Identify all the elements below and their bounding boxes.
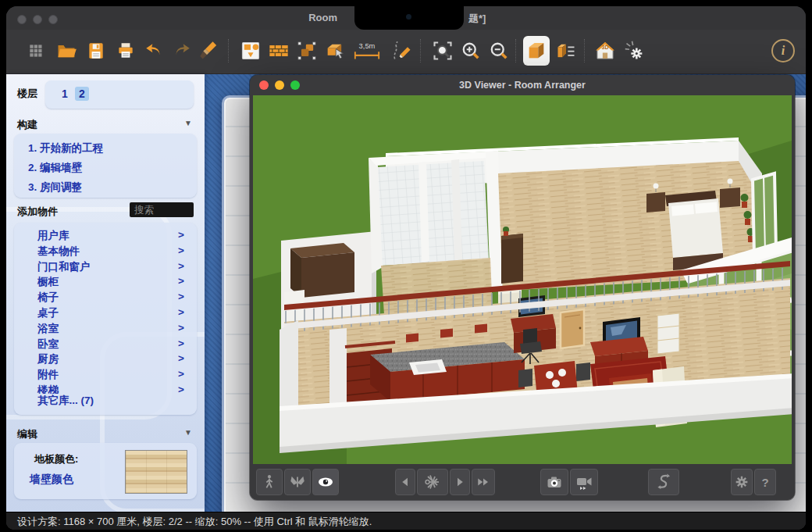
butterfly-icon — [289, 473, 306, 491]
status-bar: 设计方案: 1168 × 700 厘米, 楼层: 2/2 -- 缩放: 50% … — [6, 512, 806, 530]
select-objects-button[interactable] — [294, 36, 320, 66]
walk-mode-button[interactable] — [256, 469, 283, 495]
svg-text:3,5m: 3,5m — [359, 42, 376, 50]
interior-door-right — [561, 309, 584, 348]
library-item-other[interactable]: 其它库... (7) — [14, 394, 197, 411]
build-walls-button[interactable] — [265, 36, 292, 66]
measure-icon: 3,5m — [351, 40, 383, 62]
macbook-screen: Room 题*] — [0, 0, 812, 532]
open-button[interactable] — [53, 36, 80, 66]
draw-pencil-icon — [391, 40, 413, 62]
floor-plan-icon — [240, 40, 262, 62]
library-item-stairs[interactable]: 楼梯> — [14, 384, 197, 394]
light-button[interactable] — [417, 469, 448, 495]
camera-icon — [545, 473, 564, 491]
library-item-user[interactable]: 用户库> — [14, 229, 197, 245]
format-brush-button[interactable] — [197, 36, 223, 66]
build-step-2[interactable]: 2. 编辑墙壁 — [14, 158, 197, 177]
viewer-help-button[interactable]: ? — [754, 469, 776, 495]
viewer-3d-window[interactable]: 3D Viewer - Room Arranger — [250, 75, 795, 500]
library-item-tables[interactable]: 桌子> — [14, 306, 197, 322]
wall-color-link[interactable]: 墙壁颜色 — [30, 473, 73, 487]
refresh-scene-button[interactable] — [648, 469, 679, 495]
chevron-right-icon: > — [178, 368, 184, 380]
collapse-build-icon[interactable]: ▼ — [184, 119, 192, 127]
zoom-out-icon — [488, 40, 510, 62]
floor-tab-2[interactable]: 2 — [75, 87, 89, 101]
scene-3d — [253, 95, 792, 464]
minimize-button[interactable] — [33, 15, 42, 24]
print-button[interactable] — [112, 36, 139, 66]
display-notch — [354, 6, 464, 30]
undo-button[interactable] — [141, 36, 167, 66]
play-button[interactable] — [450, 469, 470, 495]
viewer-settings-button[interactable] — [731, 469, 753, 495]
library-item-chairs[interactable]: 椅子> — [14, 291, 197, 306]
draw-button[interactable] — [389, 36, 415, 66]
fly-mode-button[interactable] — [284, 469, 311, 495]
collapse-edit-icon[interactable]: ▼ — [184, 428, 192, 437]
chevron-right-icon: > — [178, 260, 184, 272]
zoom-out-button[interactable] — [486, 36, 512, 66]
library-item-doors-windows[interactable]: 门口和窗户> — [14, 260, 197, 276]
house-3d-icon: 3D — [593, 39, 617, 62]
build-step-1[interactable]: 1. 开始新的工程 — [14, 138, 197, 158]
library-item-bedroom[interactable]: 卧室> — [14, 337, 197, 353]
prev-icon — [398, 475, 412, 489]
hall-cabinet — [501, 227, 523, 284]
build-steps-box: 1. 开始新的工程 2. 编辑墙壁 3. 房间调整 — [14, 134, 197, 198]
search-input[interactable] — [130, 202, 194, 217]
redo-button[interactable] — [169, 36, 195, 66]
zoom-selection-icon — [432, 40, 454, 62]
record-video-button[interactable] — [570, 469, 598, 495]
zoom-in-button[interactable] — [458, 36, 484, 66]
render-settings-button[interactable] — [621, 36, 648, 66]
edit-box: 地板颜色: 墙壁颜色 — [14, 443, 197, 499]
house-3d-button[interactable]: 3D — [592, 36, 618, 66]
library-item-accessories[interactable]: 附件> — [14, 368, 197, 384]
chevron-right-icon: > — [178, 352, 184, 364]
object-list-3d-button[interactable] — [553, 36, 579, 66]
camera-dot — [406, 14, 411, 20]
bed — [665, 191, 723, 270]
refresh-icon — [654, 473, 673, 491]
floor-selector: 1 2 — [45, 80, 194, 109]
chevron-right-icon: > — [178, 245, 184, 256]
library-item-kitchen[interactable]: 厨房> — [14, 352, 197, 368]
floor-tab-1[interactable]: 1 — [58, 87, 72, 101]
library-item-cabinets[interactable]: 橱柜> — [14, 275, 197, 291]
viewer-titlebar[interactable]: 3D Viewer - Room Arranger — [250, 75, 795, 95]
zoom-button[interactable] — [48, 15, 58, 24]
svg-text:3D: 3D — [602, 45, 609, 50]
close-button[interactable] — [17, 15, 27, 24]
measure-button[interactable]: 3,5m — [350, 36, 384, 66]
print-icon — [116, 41, 136, 61]
new-project-button[interactable] — [23, 36, 50, 66]
toolbar-separator — [584, 39, 585, 62]
viewer-toolbar: ? — [250, 464, 795, 500]
hutch — [657, 313, 679, 354]
step-back-button[interactable] — [395, 469, 415, 495]
view-3d-button[interactable] — [523, 36, 550, 66]
viewport-3d[interactable] — [253, 95, 792, 464]
content-area: 楼层 1 2 构建 ▼ 1. 开始新的工程 2. 编辑墙壁 3. 房间调整 添加… — [6, 74, 806, 512]
zoom-selection-button[interactable] — [429, 36, 456, 66]
select-objects-icon — [296, 40, 318, 62]
info-button[interactable]: i — [771, 39, 795, 62]
build-step-3[interactable]: 3. 房间调整 — [14, 177, 197, 197]
main-toolbar: 3,5m — [6, 30, 806, 74]
snapshot-button[interactable] — [540, 469, 568, 495]
brick-wall-icon — [268, 40, 290, 62]
floor-color-label: 地板颜色: — [34, 452, 78, 466]
insert-object-button[interactable] — [322, 36, 348, 66]
library-item-bathroom[interactable]: 浴室> — [14, 322, 197, 337]
floor-plan-button[interactable] — [237, 36, 264, 66]
floor-color-swatch[interactable] — [125, 450, 187, 494]
gear-icon — [733, 473, 750, 491]
chevron-right-icon: > — [178, 384, 184, 394]
library-item-basic[interactable]: 基本物件> — [14, 245, 197, 260]
info-icon: i — [782, 44, 785, 58]
look-mode-button[interactable] — [312, 469, 339, 495]
fast-forward-button[interactable] — [472, 469, 495, 495]
save-button[interactable] — [83, 36, 109, 66]
